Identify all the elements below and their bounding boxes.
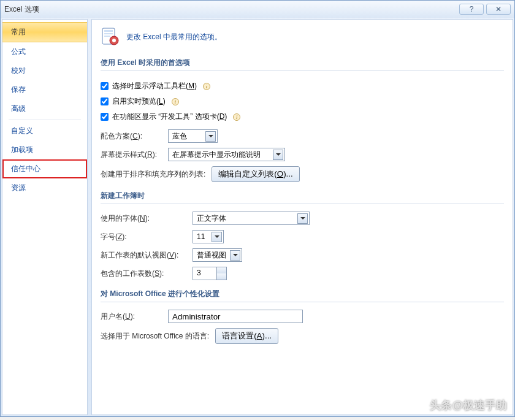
- screentip-value: 在屏幕提示中显示功能说明: [172, 150, 270, 160]
- language-settings-button[interactable]: 语言设置(A)...: [215, 328, 278, 344]
- font-size-value: 11: [197, 232, 209, 241]
- spinner-down-icon[interactable]: [217, 273, 226, 280]
- options-icon: [101, 27, 120, 47]
- sidebar-item-trust-center[interactable]: 信任中心: [2, 159, 87, 178]
- close-button[interactable]: ✕: [486, 4, 511, 15]
- sheet-count-label: 包含的工作表数(S):: [101, 269, 186, 279]
- svg-rect-1: [104, 30, 113, 32]
- sheet-count-spinner[interactable]: 3: [193, 267, 227, 280]
- header-subtitle: 更改 Excel 中最常用的选项。: [126, 32, 222, 42]
- font-size-dropdown[interactable]: 11: [193, 230, 224, 243]
- content-area: 常用 公式 校对 保存 高级 自定义 加载项 信任中心 资源 更改 Excel …: [1, 18, 514, 416]
- color-scheme-dropdown[interactable]: 蓝色: [168, 129, 218, 143]
- font-dropdown[interactable]: 正文字体: [193, 212, 310, 225]
- username-label: 用户名(U):: [101, 311, 162, 322]
- username-field[interactable]: [168, 310, 303, 323]
- edit-lists-label: 创建用于排序和填充序列的列表:: [101, 169, 205, 180]
- svg-rect-2: [104, 33, 113, 34]
- checkbox-developer-tab-label: 在功能区显示 “开发工具” 选项卡(D): [112, 112, 227, 122]
- sheet-count-value: 3: [193, 267, 216, 280]
- header-row: 更改 Excel 中最常用的选项。: [101, 27, 504, 47]
- checkbox-floating-toolbar-input[interactable]: [101, 82, 109, 90]
- default-view-value: 普通视图: [197, 250, 227, 261]
- section-personalize-title: 对 Microsoft Office 进行个性化设置: [101, 286, 504, 302]
- sidebar-item-customize[interactable]: 自定义: [2, 121, 87, 140]
- checkbox-live-preview[interactable]: 启用实时预览(L) i: [101, 96, 179, 107]
- checkbox-developer-tab-input[interactable]: [101, 113, 109, 121]
- sidebar: 常用 公式 校对 保存 高级 自定义 加载项 信任中心 资源: [2, 19, 88, 415]
- checkbox-floating-toolbar[interactable]: 选择时显示浮动工具栏(M) i: [101, 81, 210, 91]
- font-label: 使用的字体(N):: [101, 213, 186, 224]
- chevron-down-icon[interactable]: [205, 131, 216, 142]
- checkbox-live-preview-label: 启用实时预览(L): [112, 96, 166, 107]
- svg-rect-3: [104, 36, 110, 37]
- chevron-down-icon[interactable]: [212, 232, 222, 242]
- edit-custom-lists-button[interactable]: 编辑自定义列表(O)...: [212, 166, 299, 182]
- checkbox-developer-tab[interactable]: 在功能区显示 “开发工具” 选项卡(D) i: [101, 112, 240, 122]
- help-button[interactable]: ?: [459, 4, 484, 15]
- info-icon[interactable]: i: [203, 83, 210, 90]
- font-value: 正文字体: [197, 213, 295, 224]
- sidebar-item-general[interactable]: 常用: [2, 22, 87, 42]
- sidebar-separator: [9, 120, 81, 120]
- checkbox-floating-toolbar-label: 选择时显示浮动工具栏(M): [112, 81, 197, 91]
- language-label: 选择用于 Microsoft Office 的语言:: [101, 331, 209, 342]
- chevron-down-icon[interactable]: [297, 213, 308, 224]
- titlebar: Excel 选项 ? ✕: [1, 1, 514, 18]
- sidebar-item-resources[interactable]: 资源: [2, 178, 87, 197]
- font-size-label: 字号(Z):: [101, 232, 186, 242]
- sidebar-item-save[interactable]: 保存: [2, 80, 87, 99]
- checkbox-live-preview-input[interactable]: [101, 97, 109, 105]
- color-scheme-label: 配色方案(C):: [101, 131, 162, 142]
- spinner-up-icon[interactable]: [217, 267, 226, 273]
- info-icon[interactable]: i: [233, 113, 240, 121]
- svg-point-5: [112, 39, 116, 42]
- screentip-dropdown[interactable]: 在屏幕提示中显示功能说明: [168, 148, 285, 161]
- chevron-down-icon[interactable]: [230, 250, 240, 261]
- main-panel: 更改 Excel 中最常用的选项。 使用 Excel 时采用的首选项 选择时显示…: [91, 19, 513, 415]
- sidebar-item-formulas[interactable]: 公式: [2, 42, 87, 61]
- sidebar-item-advanced[interactable]: 高级: [2, 99, 87, 118]
- section-new-workbook-title: 新建工作簿时: [101, 188, 504, 204]
- section-prefs-title: 使用 Excel 时采用的首选项: [101, 55, 504, 71]
- color-scheme-value: 蓝色: [172, 131, 203, 142]
- info-icon[interactable]: i: [172, 98, 179, 105]
- watermark: 头条@极速手助: [430, 398, 507, 413]
- options-dialog: Excel 选项 ? ✕ 常用 公式 校对 保存 高级 自定义 加载项 信任中心…: [0, 0, 515, 417]
- sidebar-item-proofing[interactable]: 校对: [2, 61, 87, 80]
- screentip-label: 屏幕提示样式(R):: [101, 150, 162, 160]
- default-view-dropdown[interactable]: 普通视图: [193, 248, 242, 262]
- window-title: Excel 选项: [4, 4, 457, 15]
- sidebar-item-addins[interactable]: 加载项: [2, 140, 87, 159]
- chevron-down-icon[interactable]: [273, 150, 283, 160]
- default-view-label: 新工作表的默认视图(V):: [101, 250, 186, 261]
